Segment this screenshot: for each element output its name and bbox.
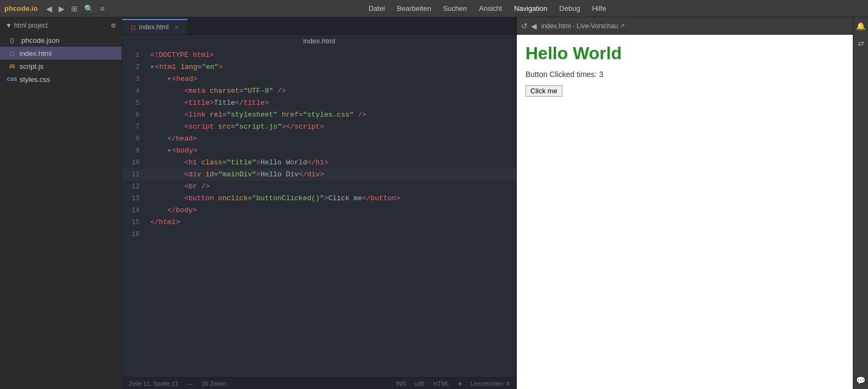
app-logo[interactable]: phcode.io [4,4,37,12]
line-content-13[interactable]: <button onclick="buttonClicked()">Click … [148,193,516,205]
back-icon[interactable]: ◀ [44,3,54,14]
sidebar-item-label-index-html: index.html [20,49,52,58]
sidebar-item-phcode-json[interactable]: {} .phcode.json [0,34,122,47]
preview-filename: index.html - Live-Vorschau [541,22,618,30]
json-icon: {} [8,36,16,44]
right-sidebar-icon-2[interactable]: ⇄ [856,37,866,50]
line-content-3[interactable]: ▼<head> [148,73,516,85]
sidebar: ▼ html project ⚙ {} .phcode.json ◻ index… [0,17,122,389]
status-mode[interactable]: INS [396,380,406,387]
code-line-14: 14 </body> [122,205,516,216]
code-line-13: 13 <button onclick="buttonClicked()">Cli… [122,193,516,205]
line-num-6: 6 [122,109,148,121]
right-sidebar: 🔔 ⇄ 💬 [853,17,868,389]
status-language[interactable]: HTML [433,380,449,387]
code-line-3: 3 ▼<head> [122,73,516,85]
line-content-14[interactable]: </body> [148,205,516,216]
line-content-8[interactable]: </head> [148,133,516,145]
line-num-14: 14 [122,205,148,216]
sidebar-item-index-html[interactable]: ◻ index.html [0,47,122,60]
menu-bearbeiten[interactable]: Bearbeiten [391,3,436,14]
code-line-1: 1 <!DOCTYPE html> [122,49,516,61]
line-content-12[interactable]: <br /> [148,181,516,193]
right-sidebar-icon-1[interactable]: 🔔 [854,20,867,33]
editor-tab[interactable]: ◻ index.html ✕ [122,19,188,34]
preview-panel: ↺ ◀ index.html - Live-Vorschau ↗ Hello W… [516,17,853,389]
line-num-10: 10 [122,157,148,169]
line-content-4[interactable]: <meta charset="UTF-8" /> [148,85,516,97]
menu-datei[interactable]: Datei [363,3,390,14]
click-count-num: 3 [599,70,603,79]
line-content-9[interactable]: ▼<body> [148,145,516,157]
code-line-5: 5 <title>Title</title> [122,97,516,109]
line-num-16: 16 [122,228,148,240]
sidebar-item-styles-css[interactable]: CSS styles.css [0,73,122,86]
editor-tab-bar: ◻ index.html ✕ [122,17,516,35]
code-line-7: 7 <script src="script.js"></script> [122,121,516,133]
status-dot: ● [458,380,462,387]
search-icon[interactable]: 🔍 [82,3,96,14]
project-header[interactable]: ▼ html project ⚙ [0,17,122,34]
line-num-8: 8 [122,133,148,145]
js-icon: JS [8,62,16,71]
preview-heading: Hello World [525,43,844,63]
sidebar-item-label-styles-css: styles.css [20,75,50,84]
line-content-10[interactable]: <h1 class="title">Hello World</h1> [148,157,516,169]
menu-icon[interactable]: ≡ [98,3,106,14]
editor-tab-icon: ◻ [131,24,136,31]
nav-icons: ◀ ▶ ⊞ 🔍 ≡ [44,3,106,14]
preview-header-icons: ↺ ◀ [521,22,537,30]
status-spaces[interactable]: Leerzeichen: 4 [471,380,510,387]
grid-icon[interactable]: ⊞ [69,3,80,14]
click-count-label: Button Clicked times: [525,70,597,79]
code-line-2: 2 ▼<html lang="en"> [122,61,516,73]
preview-click-count: Button Clicked times: 3 [525,70,844,79]
menu-navigation[interactable]: Navigation [509,3,553,14]
code-line-12: 12 <br /> [122,181,516,193]
click-me-button[interactable]: Click me [525,85,562,97]
preview-nav-icon[interactable]: ◀ [531,22,537,30]
preview-title: index.html - Live-Vorschau ↗ [541,22,848,30]
editor-area: ◻ index.html ✕ index.html 1 <!DOCTYPE ht… [122,17,516,389]
sidebar-item-label-script-js: script.js [20,62,43,71]
menu-suchen[interactable]: Suchen [438,3,472,14]
project-collapse-icon: ▼ [5,22,12,29]
sidebar-item-label-phcode-json: .phcode.json [20,36,60,44]
project-settings-icon[interactable]: ⚙ [111,22,116,29]
line-num-2: 2 [122,61,148,73]
code-line-4: 4 <meta charset="UTF-8" /> [122,85,516,97]
menu-hilfe[interactable]: Hilfe [587,3,612,14]
line-content-11[interactable]: <div id="mainDiv">Hello Div</div> [148,169,516,181]
line-num-3: 3 [122,73,148,85]
topbar: phcode.io ◀ ▶ ⊞ 🔍 ≡ Datei Bearbeiten Suc… [0,0,868,17]
editor-content[interactable]: 1 <!DOCTYPE html> 2 ▼<html lang="en"> 3 … [122,47,516,377]
menu-ansicht[interactable]: Ansicht [473,3,508,14]
preview-content: Hello World Button Clicked times: 3 Clic… [517,35,853,389]
line-num-12: 12 [122,181,148,193]
editor-tab-label: index.html [139,23,169,31]
sidebar-item-script-js[interactable]: JS script.js [0,60,122,73]
status-separator: — [187,380,193,387]
menu-debug[interactable]: Debug [554,3,585,14]
editor-tab-close-icon[interactable]: ✕ [174,24,179,30]
line-content-5[interactable]: <title>Title</title> [148,97,516,109]
line-content-1[interactable]: <!DOCTYPE html> [148,49,516,61]
line-content-15[interactable]: </html> [148,216,516,228]
code-line-9: 9 ▼<body> [122,145,516,157]
status-position[interactable]: Zeile 11, Spalte 11 [129,380,179,387]
right-sidebar-icon-3[interactable]: 💬 [854,374,867,387]
status-lines[interactable]: 16 Zeilen [202,380,226,387]
forward-icon[interactable]: ▶ [56,3,67,14]
editor-title: index.html [122,35,516,47]
preview-external-icon[interactable]: ↗ [620,22,625,29]
status-encoding[interactable]: utf8 [415,380,425,387]
line-content-6[interactable]: <link rel="stylesheet" href="styles.css"… [148,109,516,121]
status-right: INS utf8 HTML ● Leerzeichen: 4 [396,380,510,387]
line-content-7[interactable]: <script src="script.js"></script> [148,121,516,133]
preview-refresh-icon[interactable]: ↺ [521,22,528,30]
line-content-2[interactable]: ▼<html lang="en"> [148,61,516,73]
css-icon: CSS [8,75,16,84]
line-num-15: 15 [122,216,148,228]
code-line-8: 8 </head> [122,133,516,145]
project-label: html project [14,22,48,29]
